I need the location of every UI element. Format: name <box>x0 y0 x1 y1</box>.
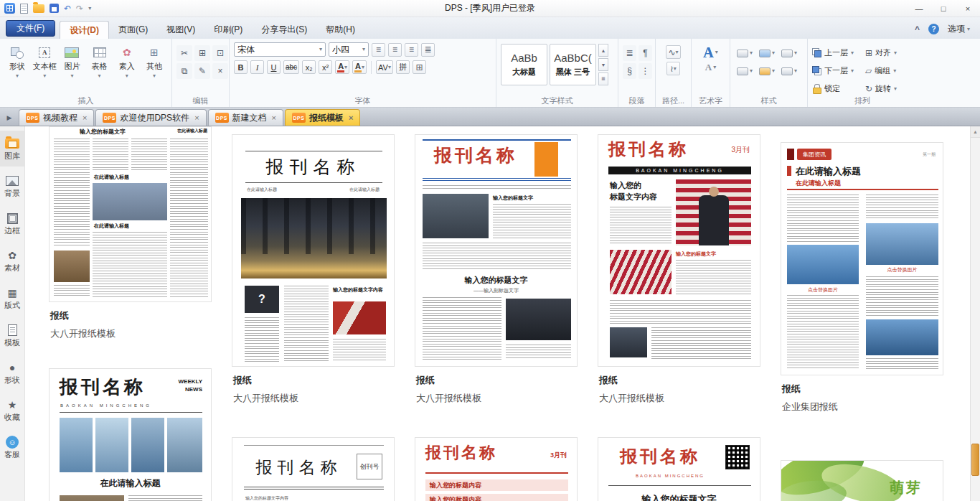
highlight-color-button[interactable]: A▾ <box>352 60 367 74</box>
bold-button[interactable]: B <box>234 60 248 74</box>
hand-tool-button[interactable]: ⊞ <box>194 45 210 61</box>
underline-button[interactable]: U <box>267 60 281 74</box>
sidebar-item-background[interactable]: 背景 <box>0 168 25 204</box>
strikethrough-button[interactable]: abc <box>283 60 299 74</box>
shape-style-button-2[interactable]: ▾ <box>757 45 777 61</box>
insert-picture-button[interactable]: 图片 ▾ <box>59 42 85 79</box>
doc-tab-newspaper-template[interactable]: DPS 报纸模板 × <box>285 109 360 126</box>
italic-button[interactable]: I <box>250 60 264 74</box>
tab-close-icon[interactable]: × <box>272 113 276 122</box>
paragraph-button-1[interactable]: ≣ <box>623 45 636 61</box>
pinyin-button[interactable]: 拼 <box>396 60 410 74</box>
insert-material-button[interactable]: ✿ 素入 ▾ <box>114 42 140 79</box>
style-scroll-up-button[interactable]: ▲ <box>598 44 608 57</box>
template-card-newspaper-9[interactable]: 报刊名称 BAOKAN MINGCHENG 输入您的标题文字 <box>598 437 760 501</box>
template-card-mengya[interactable]: 萌芽 <box>781 460 943 501</box>
insert-table-button[interactable]: 表格 ▾ <box>87 42 113 79</box>
shape-style-button-3[interactable]: ▾ <box>779 45 799 61</box>
delete-button[interactable]: × <box>212 63 228 79</box>
cut-button[interactable]: ✂ <box>176 45 192 61</box>
insert-textbox-button[interactable]: A 文本框 ▾ <box>32 42 57 79</box>
align-right-button[interactable]: ≡ <box>405 43 418 57</box>
sidebar-item-favorites[interactable]: ★ 收藏 <box>0 392 25 428</box>
copy-button[interactable]: ⧉ <box>176 63 192 79</box>
tab-print[interactable]: 印刷(P) <box>204 21 252 39</box>
text-style-heiti[interactable]: AaBbC( 黑体 三号 <box>550 44 596 85</box>
wordart-big-button[interactable]: A ▾ <box>703 45 717 60</box>
template-card-corporate-newspaper[interactable]: 集团资讯 第一期 在此请输入标题 在此请输入标题 点击替换图片 点击替换图片 <box>781 142 943 421</box>
align-left-button[interactable]: ≡ <box>372 43 385 57</box>
template-card-newspaper-8[interactable]: 报刊名称 3月刊 输入您的标题内容 输入您的标题内容 <box>415 437 578 501</box>
template-card-newspaper-4[interactable]: 报刊名称 3月刊 BAOKAN MINGCHENG 输入您的 标题文字内容 输入… <box>598 134 760 412</box>
font-size-select[interactable]: 小四 ▾ <box>329 42 369 57</box>
vertical-scrollbar[interactable]: ▲ <box>970 126 980 501</box>
paragraph-button-4[interactable]: ⋮ <box>639 63 652 79</box>
align-justify-button[interactable]: ≣ <box>421 43 435 57</box>
close-button[interactable]: × <box>956 0 980 17</box>
new-document-icon[interactable] <box>20 4 28 14</box>
sidebar-item-template[interactable]: 模板 <box>0 317 25 353</box>
tab-share-export[interactable]: 分享导出(S) <box>252 21 316 39</box>
tab-design[interactable]: 设计(D) <box>60 21 109 39</box>
doc-tab-welcome[interactable]: DPS 欢迎使用DPS软件 × <box>95 109 206 126</box>
paste-button[interactable]: ⊡ <box>212 45 228 61</box>
file-menu-button[interactable]: 文件(F) <box>6 20 55 37</box>
align-center-button[interactable]: ≡ <box>388 43 402 57</box>
tab-help[interactable]: 帮助(H) <box>316 21 364 39</box>
style-scroll-down-button[interactable]: ▼ <box>598 58 608 71</box>
sidebar-item-border[interactable]: 边框 <box>0 205 25 241</box>
lock-button[interactable]: 锁定 <box>812 80 864 97</box>
scrollbar-thumb[interactable] <box>971 444 979 476</box>
sidebar-item-material[interactable]: ✿ 素材 <box>0 243 25 278</box>
rotate-button[interactable]: ↻ 旋转 ▾ <box>865 80 913 97</box>
paragraph-button-3[interactable]: § <box>623 63 636 79</box>
shape-style-button-5[interactable]: ▾ <box>757 63 777 79</box>
enclose-char-button[interactable]: ⊞ <box>413 60 426 74</box>
shape-style-button-4[interactable]: ▾ <box>735 63 755 79</box>
char-spacing-button[interactable]: AV▾ <box>376 60 393 74</box>
sidebar-item-shape[interactable]: ● 形状 <box>0 355 25 390</box>
text-style-big-title[interactable]: AaBb 大标题 <box>501 44 547 85</box>
tab-view[interactable]: 视图(V) <box>157 21 204 39</box>
doc-tab-video-tutorial[interactable]: DPS 视频教程 × <box>19 109 94 126</box>
scrollbar-up-button[interactable]: ▲ <box>971 126 980 138</box>
bring-forward-button[interactable]: 上一层 ▾ <box>812 45 864 61</box>
insert-other-button[interactable]: ⊞ 其他 ▾ <box>141 42 167 79</box>
minimize-button[interactable]: — <box>907 0 931 17</box>
template-card-newspaper-6[interactable]: 报刊名称 WEEKLY NEWS BAOKAN MINGCHENG 在此请输入标… <box>49 368 212 501</box>
subscript-button[interactable]: x₂ <box>302 60 316 74</box>
tab-page[interactable]: 页面(G) <box>109 21 157 39</box>
collapse-ribbon-icon[interactable]: ^ <box>915 24 920 34</box>
tab-close-icon[interactable]: × <box>83 113 87 122</box>
font-family-select[interactable]: 宋体 ▾ <box>234 42 326 57</box>
save-icon[interactable] <box>50 4 59 13</box>
align-objects-button[interactable]: ⊞ 对齐 ▾ <box>865 45 913 61</box>
shape-style-button-6[interactable]: ▾ <box>779 63 799 79</box>
template-card-newspaper-3[interactable]: 报刊名称 输入您的标题文字 输入您的标题文字 ——输入副标题文字 <box>415 134 578 412</box>
open-folder-icon[interactable] <box>33 4 44 13</box>
path-curve-button[interactable]: ∿▾ <box>666 45 680 59</box>
quick-access-caret-icon[interactable]: ▾ <box>88 6 91 11</box>
template-card-newspaper-1[interactable]: 输入您的标题文字 在此请输入标题 在此请输入标题 在此请输入标题 <box>49 126 212 347</box>
panel-expand-button[interactable]: ▶ <box>0 110 19 126</box>
template-card-newspaper-7[interactable]: 报刊名称 创刊号 输入您的标题文字内容 <box>232 437 395 501</box>
group-button[interactable]: ▱ 编组 ▾ <box>865 62 913 79</box>
superscript-button[interactable]: x² <box>319 60 332 74</box>
tab-close-icon[interactable]: × <box>349 113 353 122</box>
help-icon[interactable]: ? <box>928 24 939 34</box>
undo-icon[interactable]: ↶ <box>64 4 71 13</box>
sidebar-item-support[interactable]: ☺ 客服 <box>0 429 25 465</box>
path-wave-button[interactable]: ≀▾ <box>666 62 680 75</box>
doc-tab-new-document[interactable]: DPS 新建文档 × <box>208 109 283 126</box>
wordart-small-button[interactable]: A ▾ <box>705 62 716 72</box>
template-card-newspaper-2[interactable]: 报刊名称 在此请输入标题 在此请输入标题 ? 输入您的标题文字内容 <box>232 134 395 412</box>
font-color-button[interactable]: A▾ <box>335 60 349 74</box>
insert-shape-button[interactable]: 形状 ▾ <box>4 42 30 79</box>
redo-icon[interactable]: ↷ <box>76 4 83 13</box>
sidebar-item-layout[interactable]: ▦ 版式 <box>0 280 25 316</box>
paragraph-button-2[interactable]: ¶ <box>639 45 652 61</box>
maximize-button[interactable]: □ <box>931 0 956 17</box>
style-gallery-button[interactable]: ≣ <box>598 72 608 85</box>
sidebar-item-gallery[interactable]: 图库 <box>0 131 25 167</box>
options-menu[interactable]: 选项 ▾ <box>948 23 970 35</box>
